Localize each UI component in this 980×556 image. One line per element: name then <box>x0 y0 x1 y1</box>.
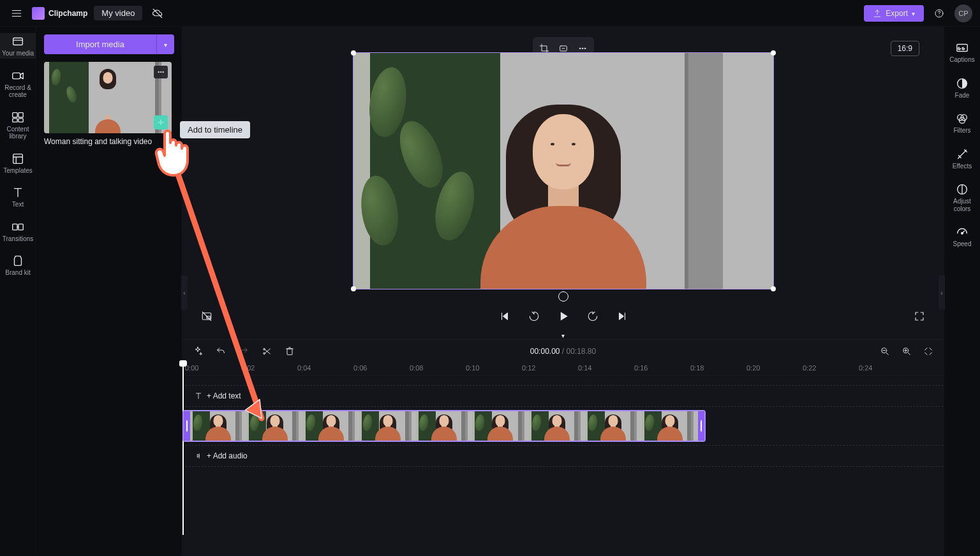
magic-button[interactable] <box>189 342 207 360</box>
svg-rect-2 <box>13 73 20 78</box>
clip-handle-left[interactable] <box>184 411 190 441</box>
resize-handle[interactable] <box>771 286 776 291</box>
ruler-tick: 0:00 <box>185 364 198 372</box>
sidebar-item-effects[interactable]: Effects <box>944 146 980 172</box>
media-panel: Import media ▾ Woman sitting and talking… <box>36 27 182 556</box>
sidebar-item-transitions[interactable]: Transitions <box>0 219 36 244</box>
audio-track[interactable]: + Add audio <box>182 445 944 467</box>
clip-frame <box>529 411 585 441</box>
sidebar-item-templates[interactable]: Templates <box>0 150 36 176</box>
ruler-tick: 0:16 <box>634 364 648 372</box>
clip-frame <box>190 411 246 441</box>
video-preview[interactable] <box>353 52 774 289</box>
rewind-5-button[interactable] <box>525 307 543 325</box>
ruler-tick: 0:14 <box>578 364 591 372</box>
player-controls <box>182 302 944 330</box>
clip-frame <box>246 411 302 441</box>
sidebar-item-adjust-colors[interactable]: Adjust colors <box>944 181 980 214</box>
playback-time: 00:00.00 / 00:18.80 <box>530 347 596 356</box>
sidebar-item-record-create[interactable]: Record & create <box>0 68 36 100</box>
video-clip[interactable] <box>182 410 706 442</box>
resize-handle[interactable] <box>351 50 356 55</box>
zoom-in-button[interactable] <box>898 342 916 360</box>
zoom-out-button[interactable] <box>876 342 894 360</box>
resize-handle[interactable] <box>771 50 776 55</box>
clip-frame <box>416 411 472 441</box>
help-icon[interactable] <box>930 4 948 22</box>
timeline: 00:00.00 / 00:18.80 0:000:020:040:060:08… <box>182 339 944 556</box>
ruler-tick: 0:08 <box>410 364 423 372</box>
skip-forward-button[interactable] <box>613 307 631 325</box>
ruler-tick: 0:18 <box>690 364 704 372</box>
svg-rect-7 <box>13 154 23 163</box>
ruler-tick: 0:10 <box>466 364 479 372</box>
import-dropdown[interactable]: ▾ <box>156 34 174 54</box>
sidebar-item-brand-kit[interactable]: Brand kit <box>0 252 36 278</box>
ruler-tick: 0:06 <box>353 364 367 372</box>
sidebar-item-your-media[interactable]: Your media <box>0 33 36 59</box>
sidebar-item-filters[interactable]: Filters <box>944 110 980 136</box>
sidebar-item-content-library[interactable]: Content library <box>0 109 36 142</box>
clip-frame <box>472 411 528 441</box>
sidebar-item-captions[interactable]: Captions <box>944 40 980 65</box>
resize-handle[interactable] <box>351 286 356 291</box>
svg-point-11 <box>160 71 161 73</box>
svg-point-30 <box>961 232 963 234</box>
forward-5-button[interactable] <box>584 307 602 325</box>
clip-frame <box>585 411 641 441</box>
picture-in-picture-icon[interactable] <box>198 307 216 325</box>
svg-point-10 <box>158 71 160 73</box>
media-thumbnail[interactable] <box>44 62 172 133</box>
play-button[interactable] <box>554 307 572 325</box>
svg-rect-3 <box>13 112 17 117</box>
svg-rect-6 <box>19 118 23 122</box>
export-label: Export <box>886 9 908 18</box>
chevron-down-icon: ▾ <box>912 10 915 17</box>
svg-rect-8 <box>13 224 17 230</box>
ruler-tick: 0:22 <box>803 364 816 372</box>
ruler-tick: 0:04 <box>297 364 311 372</box>
sidebar-item-fade[interactable]: Fade <box>944 75 980 101</box>
undo-button[interactable] <box>212 342 230 360</box>
export-button[interactable]: Export ▾ <box>864 5 924 22</box>
timeline-ruler[interactable]: 0:000:020:040:060:080:100:120:140:160:18… <box>182 363 944 376</box>
hamburger-menu[interactable] <box>8 4 26 22</box>
logo-mark-icon <box>32 7 45 20</box>
chevron-down-icon: ▾ <box>164 41 167 48</box>
svg-point-12 <box>163 71 164 73</box>
import-media-button[interactable]: Import media ▾ <box>44 34 174 54</box>
delete-button[interactable] <box>281 342 299 360</box>
text-track[interactable]: + Add text <box>182 385 944 407</box>
ruler-tick: 0:24 <box>859 364 872 372</box>
right-sidebar: Captions Fade Filters Effects Adjust col… <box>944 27 980 556</box>
sidebar-item-speed[interactable]: Speed <box>944 224 980 249</box>
app-logo: Clipchamp <box>32 7 87 20</box>
clip-handle-right[interactable] <box>698 411 704 441</box>
project-name[interactable]: My video <box>94 6 142 20</box>
ruler-tick: 0:20 <box>746 364 760 372</box>
preview-frame <box>353 53 773 289</box>
video-track[interactable] <box>182 410 944 442</box>
clip-frames <box>190 411 698 441</box>
timeline-collapse-button[interactable]: ▾ <box>551 330 576 339</box>
tooltip-add-to-timeline: Add to timeline <box>180 121 250 138</box>
clip-frame <box>303 411 359 441</box>
split-button[interactable] <box>258 342 276 360</box>
zoom-fit-button[interactable] <box>919 342 937 360</box>
ruler-tick: 0:02 <box>241 364 255 372</box>
fullscreen-button[interactable] <box>910 307 928 325</box>
clip-frame <box>642 411 698 441</box>
svg-rect-1 <box>13 38 23 45</box>
svg-rect-21 <box>287 349 292 355</box>
svg-rect-4 <box>19 112 23 117</box>
user-avatar[interactable]: CP <box>954 4 972 22</box>
skip-back-button[interactable] <box>496 307 514 325</box>
chevron-down-icon: ▾ <box>561 332 565 339</box>
redo-button[interactable] <box>235 342 253 360</box>
rotate-handle[interactable] <box>558 291 568 302</box>
add-to-timeline-button[interactable] <box>154 115 168 129</box>
sidebar-item-text[interactable]: Text <box>0 184 36 210</box>
media-options-button[interactable] <box>154 66 168 78</box>
ruler-tick: 0:12 <box>522 364 535 372</box>
cloud-sync-off-icon[interactable] <box>149 4 167 22</box>
